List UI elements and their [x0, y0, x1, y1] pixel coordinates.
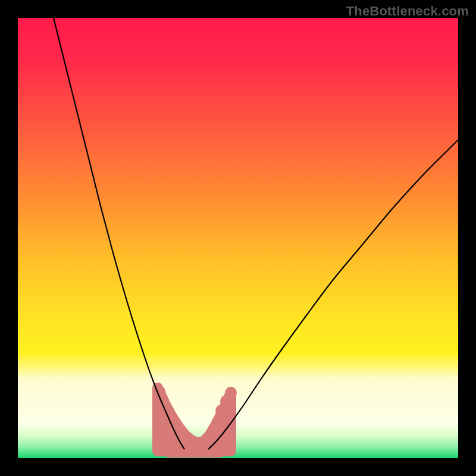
curve-right-curve — [208, 140, 458, 449]
chart-frame: TheBottleneck.com — [0, 0, 476, 476]
curve-left-curve — [54, 18, 184, 449]
plot-area — [18, 18, 458, 458]
curves-layer — [18, 18, 458, 458]
valley-dot-4 — [225, 387, 237, 399]
watermark-text: TheBottleneck.com — [346, 4, 469, 19]
